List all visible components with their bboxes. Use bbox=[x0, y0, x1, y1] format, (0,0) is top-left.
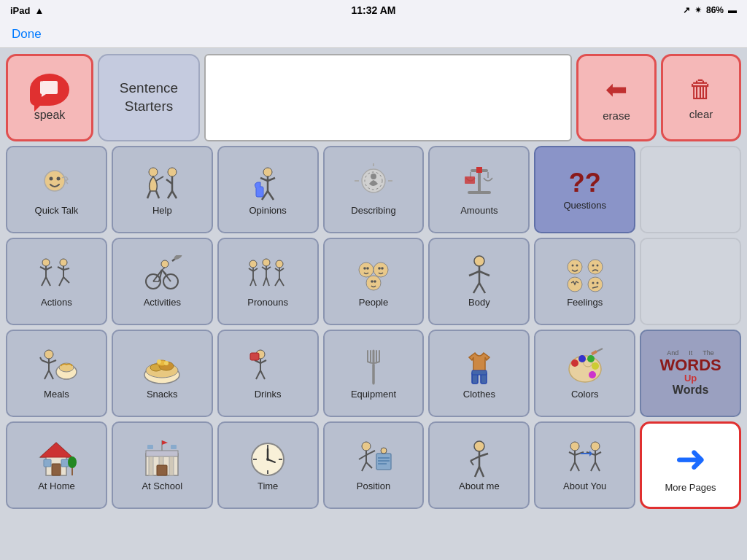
help-label: Help bbox=[152, 205, 172, 217]
svg-rect-145 bbox=[61, 459, 69, 467]
svg-point-81 bbox=[374, 280, 376, 283]
text-input-area[interactable] bbox=[204, 54, 572, 141]
svg-point-1 bbox=[50, 176, 53, 180]
opinions-icon bbox=[246, 163, 290, 203]
time-button[interactable]: Time bbox=[217, 421, 319, 509]
speak-icon-svg bbox=[39, 81, 61, 98]
svg-point-190 bbox=[591, 442, 600, 451]
svg-rect-131 bbox=[472, 370, 487, 375]
erase-icon: ⬅ bbox=[605, 74, 627, 105]
activities-button[interactable]: Activities bbox=[112, 238, 213, 325]
svg-point-88 bbox=[568, 260, 582, 274]
position-button[interactable]: Position bbox=[323, 421, 425, 509]
svg-line-85 bbox=[479, 271, 489, 276]
svg-point-38 bbox=[60, 259, 67, 266]
colors-button[interactable]: Colors bbox=[534, 330, 635, 417]
more-pages-button[interactable]: ➜ More Pages bbox=[640, 421, 741, 509]
svg-point-8 bbox=[149, 168, 158, 176]
at-home-icon bbox=[34, 439, 78, 479]
clear-button[interactable]: 🗑 clear bbox=[661, 54, 741, 141]
svg-point-74 bbox=[363, 267, 366, 270]
words-bottom: Words bbox=[659, 384, 721, 397]
svg-line-120 bbox=[260, 360, 266, 363]
svg-point-184 bbox=[570, 442, 579, 451]
pronouns-button[interactable]: Pronouns bbox=[217, 238, 319, 325]
erase-button[interactable]: ⬅ erase bbox=[576, 54, 657, 141]
quick-talk-label: Quick Talk bbox=[35, 205, 79, 217]
svg-line-105 bbox=[49, 370, 53, 379]
describing-button[interactable]: Describing bbox=[323, 146, 425, 233]
clothes-button[interactable]: Clothes bbox=[428, 330, 530, 417]
svg-line-9 bbox=[147, 191, 150, 198]
svg-line-87 bbox=[479, 283, 485, 293]
words-up: Up bbox=[659, 373, 721, 384]
equipment-button[interactable]: Equipment bbox=[323, 330, 425, 417]
actions-button[interactable]: Actions bbox=[6, 238, 107, 325]
opinions-button[interactable]: Opinions bbox=[217, 146, 319, 233]
svg-line-179 bbox=[471, 456, 479, 461]
svg-line-35 bbox=[46, 267, 52, 270]
svg-marker-197 bbox=[589, 451, 592, 456]
words-text: And It The WORDS Up Words bbox=[659, 350, 721, 397]
svg-point-166 bbox=[362, 442, 371, 451]
about-you-button[interactable]: About You bbox=[534, 421, 635, 509]
svg-point-0 bbox=[44, 171, 65, 191]
about-you-label: About You bbox=[563, 481, 606, 492]
quick-talk-button[interactable]: Quick Talk bbox=[6, 146, 107, 233]
svg-point-93 bbox=[596, 264, 598, 266]
help-icon bbox=[140, 163, 184, 203]
svg-point-3 bbox=[168, 168, 177, 176]
actions-label: Actions bbox=[41, 297, 72, 308]
done-button[interactable]: Done bbox=[12, 27, 42, 42]
svg-rect-119 bbox=[250, 353, 259, 360]
svg-line-71 bbox=[275, 279, 279, 286]
speak-button[interactable]: speak bbox=[6, 54, 93, 141]
drinks-button[interactable]: Drinks bbox=[217, 330, 319, 417]
svg-point-78 bbox=[381, 267, 384, 270]
svg-point-90 bbox=[576, 264, 578, 266]
wifi-icon: ▲ bbox=[34, 5, 44, 16]
svg-rect-31 bbox=[468, 191, 491, 194]
svg-line-6 bbox=[168, 191, 172, 198]
text-input[interactable] bbox=[212, 61, 565, 134]
svg-line-37 bbox=[46, 277, 50, 286]
describing-icon bbox=[352, 163, 395, 203]
questions-label: Questions bbox=[563, 200, 606, 211]
at-school-button[interactable]: At School bbox=[112, 421, 213, 509]
amounts-button[interactable]: Amounts bbox=[428, 146, 530, 233]
about-me-button[interactable]: About me bbox=[428, 421, 530, 509]
more-pages-label: More Pages bbox=[665, 482, 716, 494]
svg-line-188 bbox=[570, 462, 575, 471]
svg-point-67 bbox=[276, 260, 283, 268]
pronouns-label: Pronouns bbox=[247, 297, 288, 308]
at-home-button[interactable]: At Home bbox=[6, 421, 107, 509]
body-button[interactable]: Body bbox=[428, 238, 530, 325]
position-icon bbox=[352, 439, 395, 479]
svg-rect-29 bbox=[476, 167, 482, 173]
svg-line-194 bbox=[591, 462, 595, 471]
words-button[interactable]: And It The WORDS Up Words bbox=[640, 330, 741, 417]
help-button[interactable]: Help bbox=[112, 146, 213, 233]
snacks-icon bbox=[140, 347, 184, 387]
people-icon bbox=[352, 255, 395, 295]
toolbar: speak Sentence Starters ⬅ erase 🗑 clear bbox=[6, 54, 741, 141]
svg-rect-149 bbox=[146, 451, 178, 456]
carrier-label: iPad bbox=[10, 5, 30, 16]
sentence-starters-button[interactable]: Sentence Starters bbox=[98, 54, 200, 141]
words-big: WORDS bbox=[659, 357, 721, 373]
erase-label: erase bbox=[603, 109, 630, 122]
svg-line-40 bbox=[58, 267, 63, 270]
feelings-button[interactable]: Feelings bbox=[534, 238, 635, 325]
svg-line-10 bbox=[156, 191, 159, 198]
empty-cell-2 bbox=[640, 238, 741, 325]
svg-point-80 bbox=[371, 280, 374, 283]
svg-line-193 bbox=[595, 452, 601, 455]
meals-button[interactable]: Meals bbox=[6, 330, 107, 417]
questions-button[interactable]: ?? Questions bbox=[534, 146, 635, 233]
trash-icon: 🗑 bbox=[689, 75, 713, 104]
people-button[interactable]: People bbox=[323, 238, 425, 325]
svg-point-82 bbox=[474, 256, 484, 266]
svg-point-176 bbox=[381, 448, 387, 454]
snacks-button[interactable]: Snacks bbox=[112, 330, 213, 417]
svg-rect-150 bbox=[149, 456, 153, 475]
